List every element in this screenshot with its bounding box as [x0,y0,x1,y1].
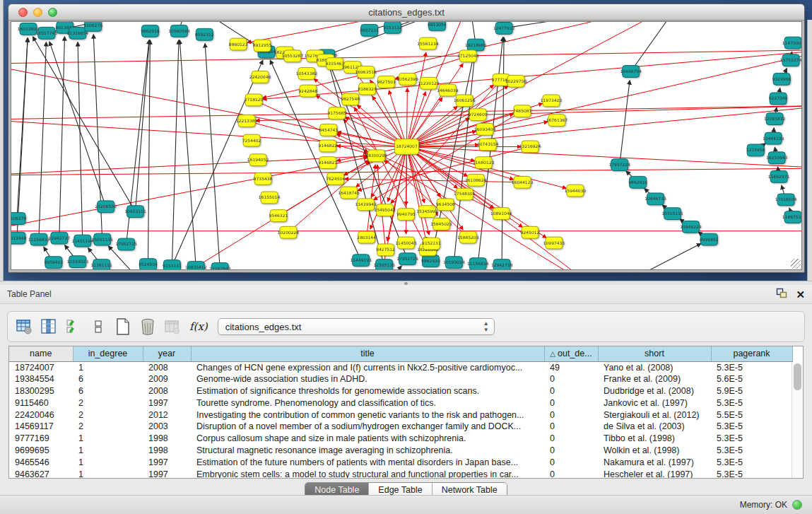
graph-node[interactable]: 11867530 [782,211,801,223]
graph-node[interactable]: 12242843 [209,263,231,269]
graph-node[interactable]: 8524504 [139,259,158,269]
graph-node[interactable]: 16155014 [259,192,281,204]
graph-edge[interactable] [78,42,83,241]
graph-node[interactable]: 9152131 [422,238,441,250]
graph-node[interactable]: 10613111 [124,206,146,218]
minimize-window-button[interactable] [33,8,42,17]
column-header-in_degree[interactable]: in_degree [73,346,143,361]
graph-node[interactable]: 15505135 [661,208,683,220]
graph-node[interactable]: 11381111 [90,259,112,269]
graph-node[interactable]: 9242848 [299,85,318,97]
graph-node[interactable]: 15581234 [417,37,439,49]
graph-node[interactable]: 16418745 [339,187,360,199]
graph-node[interactable]: 19218986 [465,39,487,51]
graph-edge[interactable] [180,40,196,267]
graph-node[interactable]: 12942737 [49,232,71,244]
graph-node[interactable]: 9146821 [318,157,337,169]
graph-node[interactable]: 18724007 [395,139,419,155]
graph-node[interactable]: 10557745 [36,27,58,39]
memory-status-indicator[interactable] [792,500,802,510]
table-row[interactable]: 1830029562008Estimation of significance … [9,385,792,397]
graph-node[interactable]: 8657231 [360,24,379,36]
table-row[interactable]: 1872400712008Changes of HCN gene express… [9,361,792,373]
graph-node[interactable]: 11156834 [467,258,489,269]
table-row[interactable]: 1456911722003Disruption of a novel membe… [9,421,792,433]
graph-node[interactable]: 13444139 [763,132,784,144]
graph-node[interactable]: 9106276 [83,22,102,31]
graph-node[interactable]: 15692971 [768,170,790,182]
graph-node[interactable]: 16761367 [546,115,568,127]
graph-node[interactable]: 11156833 [28,233,50,245]
graph-node[interactable]: 8990852 [700,233,719,245]
graph-node[interactable]: 9106279 [11,213,26,225]
graph-node[interactable]: 15845023 [430,218,452,230]
graph-node[interactable]: 10543382 [296,68,318,80]
delete-table-icon[interactable] [137,316,158,337]
graph-node[interactable]: 16210643 [766,152,788,164]
graph-node[interactable]: 9959403 [45,257,64,269]
column-header-out_de[interactable]: △out_de... [544,346,598,361]
graph-node[interactable]: 12942738 [491,259,513,269]
graph-node[interactable]: 9862916 [141,25,160,37]
graph-node[interactable]: 10646735 [645,193,666,205]
graph-node[interactable]: 8735438 [254,173,273,185]
graph-node[interactable]: 14646039 [437,84,459,96]
column-settings-icon[interactable] [13,316,35,337]
table-row[interactable]: 946554611997Estimation of the future num… [9,456,792,468]
graph-node[interactable]: 10946224 [680,221,702,233]
graph-node[interactable]: 15885203 [457,231,479,243]
graph-node[interactable]: 16061256 [454,95,476,107]
graph-node[interactable]: 8813054 [428,22,447,30]
graph-node[interactable]: 16044123 [512,176,534,188]
rows-icon[interactable] [88,316,109,337]
graph-node[interactable]: 15495042 [374,204,396,216]
graph-node[interactable]: 8186328 [358,83,377,95]
graph-node[interactable]: 17952726 [396,253,418,265]
graph-node[interactable]: 10560598 [168,25,190,37]
graph-node[interactable]: 15051135 [91,233,113,245]
graph-node[interactable]: 9827503 [377,76,396,88]
graph-node[interactable]: 11680123 [473,157,495,169]
table-row[interactable]: 977716911998Corpus callosum shape and si… [9,433,792,445]
graph-node[interactable]: 9245012 [521,226,540,238]
column-header-short[interactable]: short [598,346,711,361]
table-row[interactable]: 1938455462009Genome-wide association stu… [9,373,792,385]
graph-edge[interactable] [172,40,179,266]
graph-node[interactable]: 15751074 [780,54,801,66]
graph-node[interactable]: 7485081 [513,105,532,117]
graph-node[interactable]: 17957224 [608,159,630,171]
graph-node[interactable]: 23206550 [95,201,117,213]
network-view-window[interactable]: citations_edges.txt 16033809105577458613… [8,4,805,273]
graph-node[interactable]: 8454743 [319,124,338,136]
network-graph[interactable]: 1603380910557745861384311316654910627698… [11,22,801,269]
graph-edge[interactable] [11,105,801,119]
graph-node[interactable]: 12477932 [493,22,515,34]
graph-edge[interactable] [631,22,681,71]
float-panel-icon[interactable] [776,288,787,301]
select-rows-icon[interactable] [63,316,84,337]
graph-node[interactable]: 10200224 [278,226,300,238]
graph-edge[interactable] [406,146,407,233]
graph-node[interactable]: 16963516 [355,66,377,78]
graph-node[interactable]: 10229756 [505,75,527,87]
table-scrollbar[interactable] [792,362,803,478]
graph-node[interactable]: 8427512 [376,244,395,256]
graph-node[interactable]: 2718120 [245,94,264,106]
close-window-button[interactable] [18,8,28,17]
graph-node[interactable]: 12213383 [236,115,258,127]
graph-node[interactable]: 10562396 [396,73,418,85]
graph-node[interactable]: 9146822 [318,140,337,152]
graph-node[interactable]: 11449193 [350,255,372,267]
window-titlebar[interactable]: citations_edges.txt [8,4,804,21]
column-header-year[interactable]: year [143,346,191,361]
select-column-icon[interactable] [38,316,59,337]
graph-node[interactable]: 18300295 [365,150,387,162]
column-header-name[interactable]: name [9,346,73,361]
table-row[interactable]: 969969511998Structural magnetic resonanc… [9,445,792,457]
graph-edge[interactable] [406,88,407,147]
graph-node[interactable]: 9153132 [383,22,402,33]
graph-node[interactable]: 10997433 [543,237,565,249]
graph-node[interactable]: 2803144 [357,231,376,243]
graph-node[interactable]: 9827548 [341,93,360,105]
graph-node[interactable]: 16108624 [465,174,487,186]
